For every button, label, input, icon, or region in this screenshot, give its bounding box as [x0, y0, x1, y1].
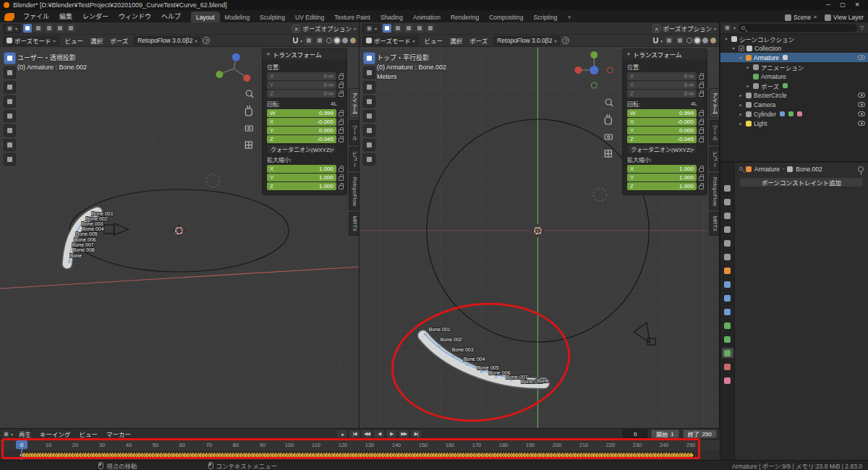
mirror-x-toggle[interactable]: X: [652, 25, 660, 33]
lock-icon[interactable]: [699, 185, 704, 189]
tool-option-icon-3[interactable]: [415, 24, 424, 33]
playhead[interactable]: 0: [16, 440, 27, 449]
scale-tool[interactable]: [363, 110, 375, 122]
retopoflow-dropdown[interactable]: RetopoFlow 3.0.0β2▾: [134, 36, 200, 46]
properties-tab-world[interactable]: [722, 252, 733, 262]
annotate-tool[interactable]: [363, 139, 375, 151]
start-frame-field[interactable]: 開始 1: [651, 430, 678, 438]
previous-keyframe-button[interactable]: ◀◀: [361, 430, 373, 438]
outliner-search-input[interactable]: [739, 24, 857, 32]
tool-option-icon-3[interactable]: [56, 24, 64, 33]
rotate-tool[interactable]: [4, 95, 16, 108]
sidebar-tab-4[interactable]: MRTX: [709, 212, 719, 236]
end-frame-field[interactable]: 終了 250: [683, 430, 717, 438]
move-tool[interactable]: [363, 81, 375, 93]
workspace-tab-sculpting[interactable]: Sculpting: [255, 12, 290, 22]
visibility-eye-icon[interactable]: [858, 93, 865, 98]
sidebar-tab-2[interactable]: ビュー: [709, 147, 719, 172]
transform-field-z[interactable]: Z1.000: [627, 182, 697, 190]
shading-rendered-icon[interactable]: [350, 38, 356, 43]
lock-icon[interactable]: [339, 112, 344, 116]
timeline-editor-icon[interactable]: [3, 431, 9, 437]
pose-options-dropdown[interactable]: ポーズオプション: [302, 24, 352, 33]
properties-tab-physics[interactable]: [722, 293, 733, 303]
visibility-eye-icon[interactable]: [858, 102, 865, 107]
workspace-tab-uv-editing[interactable]: UV Editing: [290, 12, 329, 22]
workspace-tab-shading[interactable]: Shading: [375, 12, 408, 22]
properties-tab-scene[interactable]: [722, 238, 733, 248]
viewport-canvas[interactable]: Bone.001 Bone.002 Bone.003 Bone.004 Bone…: [0, 48, 359, 428]
search-icon[interactable]: [739, 167, 743, 171]
viewport-menu-0[interactable]: ビュー: [61, 36, 88, 45]
properties-tab-object-data[interactable]: [722, 320, 733, 330]
properties-tab-texture[interactable]: [722, 375, 733, 385]
perspective-toggle-icon[interactable]: [245, 142, 252, 148]
workspace-tab-scripting[interactable]: Scripting: [528, 12, 562, 22]
tool-option-icon-2[interactable]: [404, 24, 413, 33]
timeline-menu-2[interactable]: ビュー: [75, 430, 103, 438]
editor-type-button[interactable]: ▾: [362, 24, 380, 33]
lock-icon[interactable]: [339, 138, 344, 142]
tool-option-icon-1[interactable]: [34, 24, 43, 33]
outliner-row-1[interactable]: ▾Collection: [720, 43, 868, 53]
shading-material-icon[interactable]: [702, 38, 708, 43]
sidebar-tab-0[interactable]: アイテム: [349, 88, 359, 119]
lock-icon[interactable]: [699, 112, 704, 116]
tool-option-icon-4[interactable]: [67, 24, 75, 33]
collection-checkbox[interactable]: [739, 46, 744, 51]
menu-item-0[interactable]: ファイル: [18, 10, 54, 22]
expand-toggle[interactable]: ▾: [738, 55, 744, 60]
transform-field-z[interactable]: Z-0.045: [627, 135, 697, 143]
transform-field-y[interactable]: Y1.000: [267, 174, 336, 181]
viewport-menu-2[interactable]: ポーズ: [106, 36, 132, 45]
shading-material-icon[interactable]: [342, 38, 348, 43]
tweak-select-tool[interactable]: [363, 52, 375, 64]
outliner-row-0[interactable]: ▾シーンコレクション: [720, 34, 868, 43]
properties-tab-material[interactable]: [722, 362, 733, 372]
workspace-tab-rendering[interactable]: Rendering: [446, 12, 484, 22]
lock-icon[interactable]: [699, 84, 704, 88]
mirror-x-toggle[interactable]: X: [292, 25, 300, 33]
sidebar-tab-1[interactable]: ツール: [349, 120, 359, 145]
maximize-button[interactable]: ▢: [835, 0, 850, 10]
menu-item-2[interactable]: レンダー: [77, 10, 114, 22]
transform-field-z[interactable]: Z0 m: [267, 90, 336, 98]
sidebar-tab-0[interactable]: アイテム: [709, 88, 719, 119]
workspace-tab-layout[interactable]: Layout: [191, 12, 220, 22]
expand-toggle[interactable]: ▸: [745, 83, 751, 88]
add-bone-constraint-button[interactable]: ボーンコンストレイント追加: [739, 177, 864, 187]
viewport-menu-2[interactable]: ポーズ: [466, 36, 491, 45]
lock-icon[interactable]: [339, 185, 344, 189]
lock-icon[interactable]: [339, 75, 344, 80]
empty-circle-object[interactable]: [206, 174, 219, 187]
tweak-select-tool[interactable]: [4, 52, 16, 64]
outliner-row-8[interactable]: ▸Cylinder: [720, 109, 868, 119]
transform-field-y[interactable]: Y0.000: [267, 127, 336, 134]
rotation-mode-dropdown[interactable]: クォータニオン(WXYZ)▾: [267, 145, 336, 153]
breadcrumb-object[interactable]: Armature: [754, 166, 780, 173]
expand-toggle[interactable]: ▸: [738, 102, 744, 107]
outliner-row-2[interactable]: ▾Armature: [720, 53, 868, 62]
snap-magnet-icon[interactable]: [293, 38, 298, 43]
lock-icon[interactable]: [699, 75, 704, 80]
timeline-ruler[interactable]: 0102030405060708090100110120130140150160…: [0, 440, 720, 450]
navigation-gizmo[interactable]: [216, 54, 250, 82]
lock-icon[interactable]: [339, 93, 344, 97]
shading-solid-icon[interactable]: [334, 38, 340, 43]
pan-hand-icon[interactable]: [245, 106, 252, 116]
transform-field-x[interactable]: X0 m: [627, 72, 697, 80]
zoom-icon[interactable]: [246, 90, 253, 98]
lock-icon[interactable]: [699, 121, 704, 125]
annotate-tool[interactable]: [4, 139, 16, 151]
measure-tool[interactable]: [4, 153, 16, 166]
timeline-menu-3[interactable]: マーカー: [102, 430, 135, 438]
transform-field-y[interactable]: Y0.000: [627, 127, 697, 134]
expand-toggle[interactable]: ▸: [738, 121, 744, 126]
editor-type-button[interactable]: ▾: [3, 24, 21, 33]
rotate-tool[interactable]: [363, 95, 375, 108]
workspace-tab-texture-paint[interactable]: Texture Paint: [329, 12, 375, 22]
sidebar-tab-3[interactable]: RetopoFlow: [709, 173, 719, 210]
lock-icon[interactable]: [339, 84, 344, 88]
sidebar-tab-4[interactable]: MRTX: [349, 212, 359, 236]
shading-wireframe-icon[interactable]: [686, 38, 692, 43]
